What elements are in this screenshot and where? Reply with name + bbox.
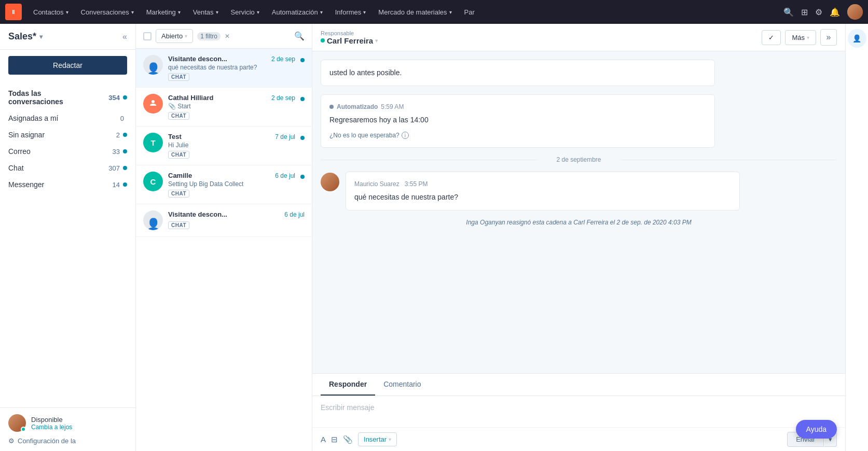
message-input[interactable]: Escribir mensaje [312,396,845,427]
chevron-down-icon: ▾ [178,9,181,15]
unread-dot [123,133,127,137]
sidebar-item-correo[interactable]: Correo 33 [0,143,135,160]
sidebar-item-messenger[interactable]: Messenger 14 [0,176,135,193]
format-icon[interactable]: ⊟ [331,435,338,444]
marketplace-icon[interactable]: ⊞ [801,7,808,17]
select-all-checkbox[interactable] [143,32,151,40]
avatar: C [143,172,163,191]
sidebar-footer: Disponible Cambia a lejos ⚙ Configuració… [0,407,135,451]
user-avatar[interactable] [847,4,863,20]
unread-dot [300,58,305,62]
sidebar-collapse-button[interactable]: « [122,32,127,41]
chevron-down-icon[interactable]: ▾ [375,38,378,44]
sidebar-item-assigned[interactable]: Asignadas a mí 0 [0,110,135,126]
nav-ventas[interactable]: Ventas ▾ [188,5,224,19]
font-icon[interactable]: A [321,435,326,444]
filter-close-button[interactable]: ✕ [225,33,230,40]
not-expected-link[interactable]: ¿No es lo que esperaba? i [329,131,706,140]
online-status-dot [321,38,325,43]
nav-mercado[interactable]: Mercado de materiales ▾ [373,5,457,19]
nav-par[interactable]: Par [459,5,480,19]
message-meta: Mauricio Suarez 3:55 PM [354,179,731,189]
reassign-notice: Inga Oganyan reasignó esta cadena a Carl… [321,219,837,226]
nav-marketing[interactable]: Marketing ▾ [141,5,186,19]
chevron-down-icon: ▾ [363,9,366,15]
nav-servicio[interactable]: Servicio ▾ [226,5,265,19]
chat-header-actions: ✓ Más ▾ » [762,29,837,46]
chevron-down-icon: ▾ [449,9,452,15]
chat-header-info: Responsable Carl Ferreira ▾ [321,30,762,45]
user-status-area: Disponible Cambia a lejos [8,414,127,432]
reply-tabs: Responder Comentario [312,374,845,396]
check-icon: ✓ [768,34,774,41]
conversation-item[interactable]: C Camille 6 de jul Setting Up Big Data C… [136,165,312,204]
auto-dot [329,105,334,109]
hubspot-logo[interactable] [5,4,22,20]
conversation-content: Cathal Hilliard 2 de sep 📎 Start CHAT [168,94,295,120]
date-divider: 2 de septiembre [321,156,837,163]
chevron-down-icon: ▾ [185,33,187,39]
unread-dot [123,182,127,187]
settings-icon[interactable]: ⚙ [815,7,822,17]
message-time: 3:55 PM [405,180,428,188]
notifications-icon[interactable]: 🔔 [830,7,840,17]
unread-dot [300,175,305,179]
nav-conversaciones[interactable]: Conversaciones ▾ [76,5,139,19]
sidebar-navigation: Todas lasconversaciones 354 Asignadas a … [0,81,135,407]
sidebar-header: Sales* ▾ « [0,24,135,50]
insert-button[interactable]: Insertar ▾ [358,432,397,446]
help-button[interactable]: Ayuda [796,420,837,439]
avatar: T [143,133,163,152]
unread-dot [123,95,127,100]
filter-button[interactable]: Abierto ▾ [156,29,193,43]
reply-toolbar: A ⊟ 📎 Insertar ▾ Enviar ▾ [312,427,845,451]
sender-avatar [321,173,339,191]
chevron-down-icon: ▾ [66,9,68,15]
unread-dot [123,149,127,153]
avatar: 👤 [143,210,163,230]
more-button[interactable]: Más ▾ [785,30,816,45]
contact-info-icon[interactable]: 👤 [848,29,866,48]
nav-informes[interactable]: Informes ▾ [330,5,371,19]
conversation-content: Visitante descon... 2 de sep qué necesit… [168,55,295,81]
conversation-item[interactable]: 👤 Visitante descon... 2 de sep qué neces… [136,49,312,88]
chevron-down-icon[interactable]: ▾ [39,33,43,40]
collapse-panel-button[interactable]: » [820,29,837,46]
chevron-down-icon: ▾ [257,9,259,15]
left-sidebar: Sales* ▾ « Redactar Todas lasconversacio… [0,24,136,451]
tab-comentario[interactable]: Comentario [375,374,429,396]
conversation-content: Camille 6 de jul Setting Up Big Data Col… [168,172,295,198]
avatar [8,414,26,432]
conversation-item[interactable]: T Test 7 de jul Hi Julie CHAT [136,126,312,165]
attachment-icon[interactable]: 📎 [343,435,353,444]
conversation-item[interactable]: 👤 Visitante descon... 6 de jul CHAT [136,204,312,237]
chevron-down-icon: ▾ [807,35,809,40]
nav-contactos[interactable]: Contactos ▾ [28,5,74,19]
gear-icon: ⚙ [8,437,15,445]
top-navigation: Contactos ▾ Conversaciones ▾ Marketing ▾… [0,0,868,24]
search-icon[interactable]: 🔍 [783,7,794,17]
tab-responder[interactable]: Responder [321,374,375,396]
automated-message: Automatizado 5:59 AM Regresaremos hoy a … [321,94,837,148]
settings-row[interactable]: ⚙ Configuración de la [8,437,127,445]
chat-main-area: Responsable Carl Ferreira ▾ ✓ Más ▾ » [312,24,845,451]
sidebar-item-unassigned[interactable]: Sin asignar 2 [0,126,135,143]
conversation-content: Test 7 de jul Hi Julie CHAT [168,133,295,159]
unread-dot [300,136,305,140]
nav-automatizacion[interactable]: Automatización ▾ [267,5,328,19]
sidebar-item-chat[interactable]: Chat 307 [0,160,135,176]
user-message: Mauricio Suarez 3:55 PM qué necesitas de… [321,172,837,210]
sidebar-item-all-conversations[interactable]: Todas lasconversaciones 354 [0,85,135,110]
message-content: Automatizado 5:59 AM Regresaremos hoy a … [321,94,715,148]
conversation-item[interactable]: Cathal Hilliard 2 de sep 📎 Start CHAT [136,88,312,126]
search-icon[interactable]: 🔍 [294,31,305,41]
chat-header: Responsable Carl Ferreira ▾ ✓ Más ▾ » [312,24,845,51]
message-text: qué necesitas de nuestra parte? [354,192,731,203]
compose-button[interactable]: Redactar [8,56,127,75]
avatar: 👤 [143,55,163,75]
svg-point-0 [9,7,18,17]
conversation-list-header: Abierto ▾ 1 filtro ✕ 🔍 [136,24,312,49]
status-dot [21,427,26,432]
mark-done-button[interactable]: ✓ [762,30,781,45]
chevron-down-icon: ▾ [320,9,323,15]
